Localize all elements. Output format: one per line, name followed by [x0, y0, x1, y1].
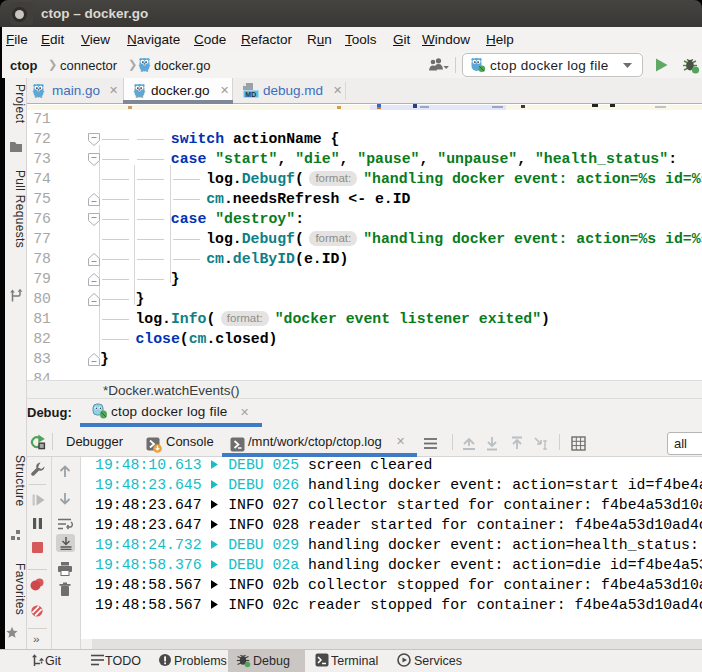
svg-text:MD: MD — [245, 91, 256, 98]
